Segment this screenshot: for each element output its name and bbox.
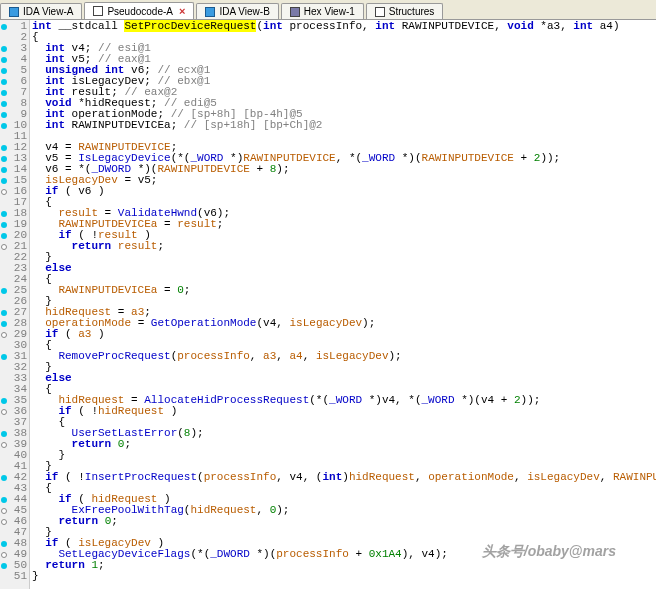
code-line[interactable]: else	[32, 263, 656, 274]
code-line[interactable]: ExFreePoolWithTag(hidRequest, 0);	[32, 505, 656, 516]
breakpoint-bullet-icon[interactable]	[1, 508, 7, 514]
ic-square-icon	[205, 7, 215, 17]
ic-box-icon	[93, 6, 103, 16]
breakpoint-bullet-icon[interactable]	[1, 541, 7, 547]
ic-hex-icon	[290, 7, 300, 17]
breakpoint-bullet-icon[interactable]	[1, 123, 7, 129]
code-content[interactable]: int __stdcall SetProcDeviceRequest(int p…	[30, 20, 656, 589]
breakpoint-bullet-icon[interactable]	[1, 398, 7, 404]
breakpoint-bullet-icon[interactable]	[1, 354, 7, 360]
breakpoint-bullet-icon[interactable]	[1, 211, 7, 217]
code-line[interactable]: }	[32, 252, 656, 263]
tab-structures[interactable]: Structures	[366, 3, 444, 19]
tab-label: IDA View-A	[23, 6, 73, 17]
code-line[interactable]: if ( !hidRequest )	[32, 406, 656, 417]
line-gutter: 1234567891011121314151617181920212223242…	[0, 20, 30, 589]
breakpoint-bullet-icon[interactable]	[1, 46, 7, 52]
breakpoint-bullet-icon[interactable]	[1, 156, 7, 162]
breakpoint-bullet-icon[interactable]	[1, 178, 7, 184]
code-area: 1234567891011121314151617181920212223242…	[0, 20, 656, 589]
code-line[interactable]: return result;	[32, 241, 656, 252]
breakpoint-bullet-icon[interactable]	[1, 310, 7, 316]
breakpoint-bullet-icon[interactable]	[1, 79, 7, 85]
breakpoint-bullet-icon[interactable]	[1, 431, 7, 437]
breakpoint-bullet-icon[interactable]	[1, 497, 7, 503]
breakpoint-bullet-icon[interactable]	[1, 442, 7, 448]
breakpoint-bullet-icon[interactable]	[1, 552, 7, 558]
code-line[interactable]: else	[32, 373, 656, 384]
code-line[interactable]: RemoveProcRequest(processInfo, a3, a4, i…	[32, 351, 656, 362]
code-line[interactable]: operationMode = GetOperationMode(v4, isL…	[32, 318, 656, 329]
code-line[interactable]: if ( v6 )	[32, 186, 656, 197]
tab-bar: IDA View-APseudocode-A×IDA View-BHex Vie…	[0, 0, 656, 20]
breakpoint-bullet-icon[interactable]	[1, 24, 7, 30]
code-line[interactable]: }	[32, 362, 656, 373]
line-number: 51	[9, 571, 27, 582]
breakpoint-bullet-icon[interactable]	[1, 145, 7, 151]
code-line[interactable]: isLegacyDev = v5;	[32, 175, 656, 186]
code-line[interactable]: int __stdcall SetProcDeviceRequest(int p…	[32, 21, 656, 32]
tab-label: Structures	[389, 6, 435, 17]
ic-struct-icon	[375, 7, 385, 17]
breakpoint-bullet-icon[interactable]	[1, 101, 7, 107]
tab-label: Pseudocode-A	[107, 6, 173, 17]
code-line[interactable]: int RAWINPUTDEVICEa; // [sp+18h] [bp+Ch]…	[32, 120, 656, 131]
gutter-line[interactable]: 51	[1, 571, 27, 582]
breakpoint-bullet-icon[interactable]	[1, 475, 7, 481]
watermark: 头条号/obaby@mars	[482, 543, 616, 561]
breakpoint-bullet-icon[interactable]	[1, 57, 7, 63]
code-line[interactable]: }	[32, 450, 656, 461]
breakpoint-bullet-icon[interactable]	[1, 244, 7, 250]
tab-ida-view-b[interactable]: IDA View-B	[196, 3, 278, 19]
breakpoint-bullet-icon[interactable]	[1, 189, 7, 195]
breakpoint-bullet-icon[interactable]	[1, 409, 7, 415]
close-icon[interactable]: ×	[179, 5, 185, 17]
breakpoint-bullet-icon[interactable]	[1, 112, 7, 118]
code-line[interactable]: return 0;	[32, 516, 656, 527]
breakpoint-bullet-icon[interactable]	[1, 167, 7, 173]
breakpoint-bullet-icon[interactable]	[1, 288, 7, 294]
tab-label: Hex View-1	[304, 6, 355, 17]
breakpoint-bullet-icon[interactable]	[1, 90, 7, 96]
tab-ida-view-a[interactable]: IDA View-A	[0, 3, 82, 19]
breakpoint-bullet-icon[interactable]	[1, 332, 7, 338]
breakpoint-bullet-icon[interactable]	[1, 233, 7, 239]
ic-square-icon	[9, 7, 19, 17]
code-line[interactable]: return 0;	[32, 439, 656, 450]
tab-label: IDA View-B	[219, 6, 269, 17]
code-line[interactable]: return 1;	[32, 560, 656, 571]
breakpoint-bullet-icon[interactable]	[1, 222, 7, 228]
breakpoint-bullet-icon[interactable]	[1, 321, 7, 327]
code-line[interactable]: if ( !InsertProcRequest(processInfo, v4,…	[32, 472, 656, 483]
tab-hex-view-1[interactable]: Hex View-1	[281, 3, 364, 19]
tab-pseudocode-a[interactable]: Pseudocode-A×	[84, 2, 194, 19]
code-line[interactable]: if ( a3 )	[32, 329, 656, 340]
breakpoint-bullet-icon[interactable]	[1, 563, 7, 569]
breakpoint-bullet-icon[interactable]	[1, 68, 7, 74]
breakpoint-bullet-icon[interactable]	[1, 519, 7, 525]
code-line[interactable]: RAWINPUTDEVICEa = 0;	[32, 285, 656, 296]
code-line[interactable]: }	[32, 571, 656, 582]
